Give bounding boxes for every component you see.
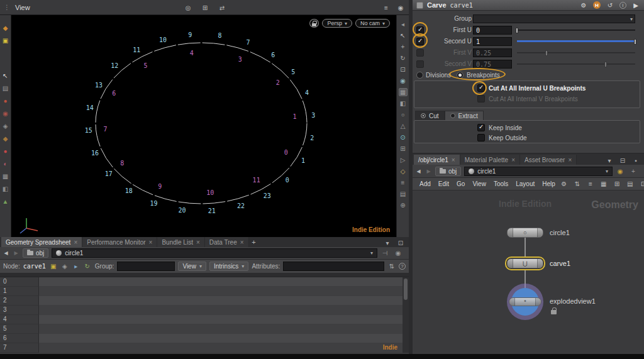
node-circle1[interactable]: ○ xyxy=(507,228,543,238)
view-tool-icon[interactable]: ▦ xyxy=(1,172,10,180)
snap-tool-icon[interactable]: ◧ xyxy=(1,185,10,193)
table-row[interactable]: 1 xyxy=(0,287,409,296)
net-tree-icon[interactable]: ≡ xyxy=(586,180,595,188)
param-node-name[interactable]: carve1 xyxy=(450,2,473,9)
table-row[interactable]: 4 xyxy=(0,315,409,324)
caret-down-icon[interactable]: ▾ xyxy=(370,250,373,256)
new-tab-button[interactable]: + xyxy=(249,237,259,247)
viewport-menu-icon[interactable]: ◉ xyxy=(396,4,405,12)
select-cursor-icon[interactable]: ↖ xyxy=(1,72,10,80)
row-number[interactable]: 2 xyxy=(0,296,39,306)
row-number[interactable]: 4 xyxy=(0,315,39,324)
caret-down-icon[interactable]: ▾ xyxy=(606,168,608,174)
extract-tab[interactable]: Extract xyxy=(445,111,484,121)
node-explodedview1[interactable]: * xyxy=(509,297,541,306)
row-number[interactable]: 1 xyxy=(0,287,39,296)
slider-handle[interactable] xyxy=(545,50,548,56)
viewport-canvas[interactable]: 0123456789101112131415161718192021222301… xyxy=(11,15,396,237)
close-tab-icon[interactable]: × xyxy=(452,157,455,163)
gear-icon[interactable]: ⚙ xyxy=(579,1,588,9)
close-tab-icon[interactable]: × xyxy=(511,157,515,163)
second-u-slider[interactable] xyxy=(517,39,635,45)
background-icon[interactable]: ▤ xyxy=(399,190,408,198)
sheet-tab-2[interactable]: Bundle List× xyxy=(157,237,204,247)
second-u-value[interactable]: 1 xyxy=(473,37,512,46)
row-number[interactable]: 7 xyxy=(0,343,39,353)
table-scrollbar[interactable] xyxy=(402,277,409,353)
display-options-icon[interactable]: ≡ xyxy=(382,4,391,12)
slider-handle[interactable] xyxy=(634,39,636,45)
display-badge-icon[interactable]: ◉ xyxy=(616,167,625,175)
pane-close-icon[interactable]: ▪ xyxy=(631,157,640,165)
menu-help[interactable]: Help xyxy=(538,180,559,188)
row-number[interactable]: 5 xyxy=(0,324,39,334)
select-icon[interactable]: ↖ xyxy=(399,31,408,40)
template-flag-icon[interactable]: ▣ xyxy=(49,262,58,270)
points-display-icon[interactable]: ⊙ xyxy=(399,133,408,141)
swap-layout-icon[interactable]: ⇄ xyxy=(218,4,226,12)
pin-icon[interactable]: ⊣ xyxy=(380,249,389,257)
secure-selection-icon[interactable]: ▤ xyxy=(1,84,10,92)
menu-edit[interactable]: Edit xyxy=(435,180,453,188)
forward-button[interactable]: ▶ xyxy=(13,250,19,256)
options-icon[interactable]: ⊕ xyxy=(399,201,408,209)
row-number[interactable]: 3 xyxy=(0,306,39,315)
cut-tab[interactable]: Cut xyxy=(415,111,445,121)
scale-icon[interactable]: ⊡ xyxy=(399,65,408,74)
sculpt-icon[interactable]: ● xyxy=(1,147,10,155)
render-region-icon[interactable]: ▲ xyxy=(1,197,10,206)
net-map-icon[interactable]: ⊡ xyxy=(639,180,644,188)
normals-icon[interactable]: △ xyxy=(399,122,408,130)
clip-icon[interactable]: ◐ xyxy=(1,160,10,168)
second-v-value[interactable]: 0.75 xyxy=(473,60,512,69)
table-row[interactable]: 5 xyxy=(0,324,409,334)
net-list-icon[interactable]: ▤ xyxy=(626,180,635,188)
history-icon[interactable]: ↺ xyxy=(606,1,614,9)
network-tab-0[interactable]: /obj/circle1× xyxy=(414,155,460,165)
table-row[interactable]: 3 xyxy=(0,306,409,315)
sheet-tab-1[interactable]: Performance Monitor× xyxy=(82,237,157,247)
hand-icon[interactable]: ◈ xyxy=(1,122,10,130)
expand-icon[interactable]: ▶ xyxy=(631,1,640,9)
second-v-checkbox[interactable] xyxy=(416,60,424,68)
close-tab-icon[interactable]: × xyxy=(149,239,153,246)
cut-v-checkbox[interactable] xyxy=(477,95,485,102)
first-v-checkbox[interactable] xyxy=(416,49,424,57)
scrollbar-thumb[interactable] xyxy=(404,279,408,300)
refresh-icon[interactable]: ↻ xyxy=(83,262,92,270)
network-tab-2[interactable]: Asset Browser× xyxy=(520,155,577,165)
link-icon[interactable]: ◉ xyxy=(394,249,402,257)
snap-icon[interactable]: ◉ xyxy=(399,77,408,85)
attributes-input[interactable] xyxy=(283,262,384,271)
cut-u-checkbox[interactable]: ✓ xyxy=(477,84,485,92)
persp-button[interactable]: Persp ▾ xyxy=(322,19,352,28)
net-path-root-chip[interactable]: obj xyxy=(435,167,461,176)
first-u-slider[interactable] xyxy=(517,28,635,33)
no-cam-button[interactable]: No cam ▾ xyxy=(355,19,390,28)
fog-icon[interactable]: ≡ xyxy=(399,179,408,187)
group-field[interactable]: ▾ xyxy=(473,14,635,23)
paint-icon[interactable]: ◆ xyxy=(1,135,10,143)
slider-handle[interactable] xyxy=(604,62,607,67)
layout-quad-icon[interactable]: ⊞ xyxy=(201,4,209,12)
net-back-button[interactable]: ◀ xyxy=(415,168,422,174)
character-icon[interactable]: ◉ xyxy=(1,109,10,118)
second-v-slider[interactable] xyxy=(517,62,635,67)
table-row[interactable]: 0 xyxy=(0,277,409,287)
rotate-icon[interactable]: ↻ xyxy=(399,54,408,62)
collapse-strip-icon[interactable]: ◂ xyxy=(399,20,408,28)
network-tab-1[interactable]: Material Palette× xyxy=(460,155,520,165)
wireframe-icon[interactable]: ○ xyxy=(399,111,408,119)
pointer-mode-icon[interactable]: ▸ xyxy=(72,262,80,270)
breakpoints-radio[interactable] xyxy=(457,72,464,79)
table-row[interactable]: 7 xyxy=(0,343,409,353)
group-input[interactable] xyxy=(117,262,175,271)
path-root-chip[interactable]: obj xyxy=(23,248,48,258)
net-align-icon[interactable]: ⇅ xyxy=(573,180,582,188)
sheet-path-field[interactable]: circle1 ▾ xyxy=(52,248,377,258)
second-u-checkbox[interactable]: ✓ xyxy=(416,38,424,45)
sort-icon[interactable]: ⇅ xyxy=(387,262,396,270)
translate-icon[interactable]: + xyxy=(399,43,408,51)
first-v-slider[interactable] xyxy=(517,50,635,56)
net-thumb-icon[interactable]: ▦ xyxy=(599,180,608,188)
